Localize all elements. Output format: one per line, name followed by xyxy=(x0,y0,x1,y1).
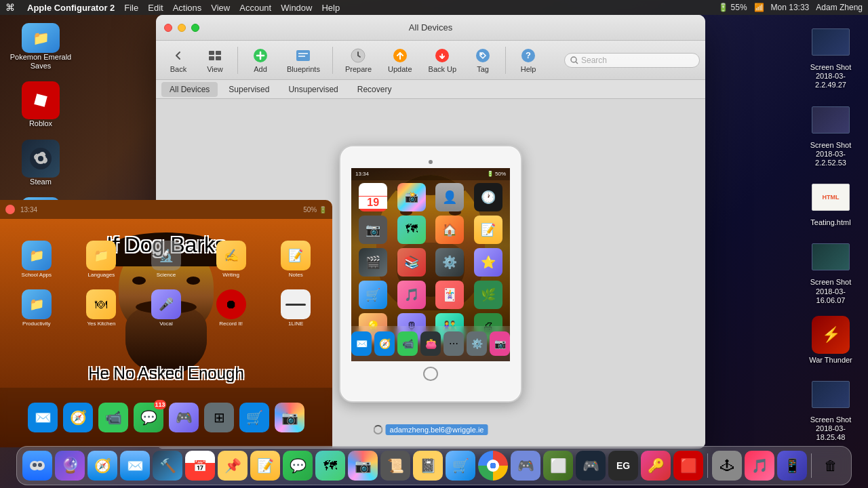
desktop-icon-war-thunder[interactable]: ⚡ War Thunder xyxy=(800,313,861,367)
search-box[interactable]: Search xyxy=(564,53,700,68)
ipad-app-maps[interactable]: 🗺 xyxy=(394,216,430,245)
dock-script[interactable]: 📜 xyxy=(380,451,410,481)
dock-mail-main[interactable]: ✉️ xyxy=(120,451,150,481)
dock-facetime2[interactable]: 📹 xyxy=(98,403,128,432)
dock-launchpad2[interactable]: ⊞ xyxy=(204,403,234,432)
tab-recovery[interactable]: Recovery xyxy=(349,82,400,97)
dock-noteshub[interactable]: 📓 xyxy=(413,451,443,481)
dock-appstore-main[interactable]: 🛒 xyxy=(446,451,475,481)
back-button[interactable]: Back xyxy=(161,45,195,76)
dock-stickies[interactable]: 📌 xyxy=(218,451,248,481)
ipad-dock-wallet[interactable]: 👛 xyxy=(420,331,441,356)
iphone-app-productivity[interactable]: 📁 Productivity xyxy=(5,289,68,327)
dock-photos2[interactable]: 📷 xyxy=(275,403,304,432)
ipad-app-more2[interactable]: 🌿 xyxy=(471,281,507,310)
ipad-dock-more[interactable]: ⋯ xyxy=(443,331,464,356)
dock-messages-main[interactable]: 💬 xyxy=(283,451,313,481)
menubar-account[interactable]: Account xyxy=(239,3,271,13)
prepare-button[interactable]: Prepare xyxy=(338,45,378,76)
tab-supervised[interactable]: Supervised xyxy=(220,82,277,97)
iphone-app-record[interactable]: ⏺ Record It! xyxy=(200,289,262,327)
dock-messages2[interactable]: 💬 113 xyxy=(134,403,163,432)
ipad-dock-photos[interactable]: 📷 xyxy=(490,331,510,356)
minimize-button[interactable] xyxy=(178,24,186,32)
ipad-app-flashcard[interactable]: 🃏 xyxy=(432,281,468,310)
ipad-app-notes[interactable]: 📝 xyxy=(471,216,507,245)
dock-finder[interactable] xyxy=(22,451,52,481)
dock-minecraft[interactable]: ⬜ xyxy=(543,451,573,481)
ipad-app-camera[interactable]: 📷 xyxy=(355,216,391,245)
ipad-app-calendar[interactable]: 19 xyxy=(355,183,391,213)
blueprints-button[interactable]: Blueprints xyxy=(280,45,327,76)
ipad-app-contacts[interactable]: 👤 xyxy=(432,183,468,213)
ipad-dock-settings[interactable]: ⚙️ xyxy=(467,331,487,356)
ipad-app-home[interactable]: 🏠 xyxy=(432,216,468,245)
dock-openemu[interactable]: 🕹 xyxy=(712,451,742,481)
add-button[interactable]: Add xyxy=(243,45,277,76)
desktop-icon-screenshot3[interactable]: Screen Shot2018-03-16.06.07 xyxy=(800,235,861,308)
dock-chrome-main[interactable] xyxy=(478,451,508,481)
menubar-app-name[interactable]: Apple Configurator 2 xyxy=(27,3,115,13)
dock-maps-main[interactable]: 🗺 xyxy=(315,451,345,481)
ipad-app-music[interactable]: 🎵 xyxy=(394,281,430,310)
dock-steam-main[interactable]: 🎮 xyxy=(576,451,606,481)
dock-notes-main[interactable]: 📝 xyxy=(250,451,280,481)
dock-trash[interactable]: 🗑 xyxy=(816,451,846,481)
menubar-window[interactable]: Window xyxy=(281,3,312,13)
iphone-close-button[interactable] xyxy=(5,205,15,214)
desktop-icon-roblox[interactable]: Roblox xyxy=(7,79,75,131)
desktop-icon-screenshot1[interactable]: Screen Shot2018-03-2.2.49.27 xyxy=(800,20,861,93)
dock-woop[interactable]: 🎮 xyxy=(169,403,199,432)
tab-all-devices[interactable]: All Devices xyxy=(161,82,218,97)
dock-safari2[interactable]: 🧭 xyxy=(63,403,93,432)
dock-appstore2[interactable]: 🛒 xyxy=(239,403,269,432)
dock-roblox-main[interactable]: 🟥 xyxy=(673,451,703,481)
ipad-app-books[interactable]: 📚 xyxy=(394,248,430,278)
desktop-icon-screenshot4[interactable]: Screen Shot2018-03-18.25.48 xyxy=(800,373,861,445)
tab-unsupervised[interactable]: Unsupervised xyxy=(280,82,346,97)
iphone-app-science[interactable]: 🔬 Science xyxy=(135,241,197,278)
desktop-icon-html[interactable]: HTML Teating.html xyxy=(800,176,861,230)
menubar-help[interactable]: Help xyxy=(321,3,340,13)
view-button[interactable]: View xyxy=(198,45,232,76)
tag-button[interactable]: Tag xyxy=(466,45,500,76)
ipad-dock-mail[interactable]: ✉️ xyxy=(351,331,372,356)
backup-button[interactable]: Back Up xyxy=(422,45,464,76)
dock-epic[interactable]: EG xyxy=(608,451,638,481)
ipad-dock-facetime[interactable]: 📹 xyxy=(397,331,418,356)
ipad-app-clock[interactable]: 🕐 xyxy=(471,183,507,213)
ipad-dock-safari[interactable]: 🧭 xyxy=(374,331,395,356)
desktop-icon-pokemon[interactable]: 📁 Pokemon EmeraldSaves xyxy=(7,20,75,73)
ipad-app-featured[interactable]: ⭐ xyxy=(471,248,507,278)
dock-photos-main[interactable]: 📷 xyxy=(348,451,378,481)
dock-gpg[interactable]: 🔑 xyxy=(641,451,671,481)
dock-calendar-main[interactable]: 📅 xyxy=(185,451,215,481)
iphone-app-notes2[interactable]: 📝 Notes xyxy=(264,241,327,278)
dock-safari-main[interactable]: 🧭 xyxy=(87,451,117,481)
dock-siri[interactable]: 🔮 xyxy=(55,451,85,481)
desktop-icon-screenshot2[interactable]: Screen Shot2018-03-2.2.52.53 xyxy=(800,98,861,171)
dock-itunes[interactable]: 🎵 xyxy=(745,451,774,481)
ipad-home-button[interactable] xyxy=(423,367,438,381)
close-button[interactable] xyxy=(164,24,172,32)
iphone-app-1line[interactable]: 1LINE xyxy=(264,289,327,327)
iphone-app-languages[interactable]: 📁 Languages xyxy=(71,241,133,278)
menubar-edit[interactable]: Edit xyxy=(148,3,163,13)
help-button[interactable]: ? Help xyxy=(511,45,545,76)
update-button[interactable]: Update xyxy=(381,45,418,76)
menubar-view[interactable]: View xyxy=(211,3,230,13)
ipad-app-clapper[interactable]: 🎬 xyxy=(355,248,391,278)
ipad-app-appstore[interactable]: 🛒 xyxy=(355,281,391,310)
ipad-app-settings2[interactable]: ⚙️ xyxy=(432,248,468,278)
menubar-file[interactable]: File xyxy=(124,3,138,13)
maximize-button[interactable] xyxy=(191,24,199,32)
ipad-app-photos[interactable]: 📸 xyxy=(394,183,430,213)
dock-ipad-app[interactable]: 📱 xyxy=(777,451,807,481)
dock-dev[interactable]: 🔨 xyxy=(153,451,182,481)
dock-discord[interactable]: 🎮 xyxy=(511,451,540,481)
desktop-icon-steam[interactable]: Steam xyxy=(7,137,75,189)
iphone-app-writing[interactable]: ✍️ Writing xyxy=(200,241,262,278)
iphone-app-vocal[interactable]: 🎤 Vocal xyxy=(135,289,197,327)
apple-logo-icon[interactable]: ⌘ xyxy=(5,2,15,13)
dock-mail[interactable]: ✉️ xyxy=(28,403,58,432)
